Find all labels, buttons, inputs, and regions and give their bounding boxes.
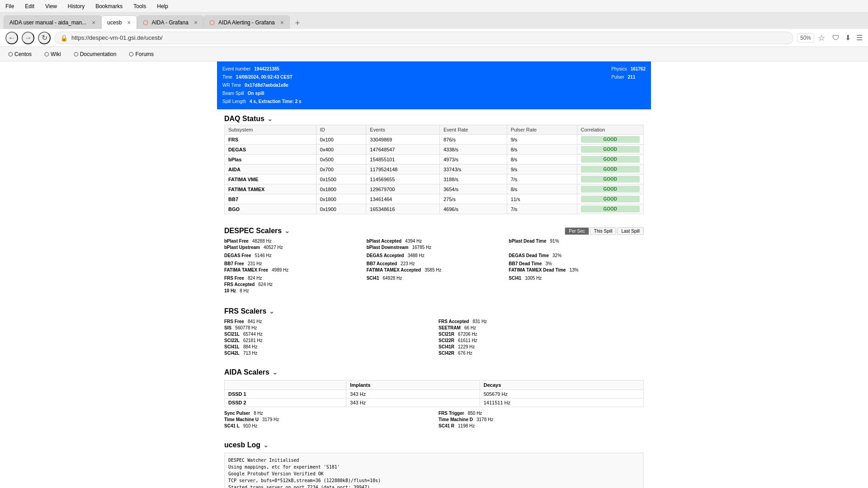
log-line: Started trans server on port 7234 (data … [228, 484, 640, 488]
bookmark-documentation[interactable]: ⬡ Documentation [71, 50, 119, 58]
menu-file[interactable]: File [4, 2, 16, 10]
menu-view[interactable]: View [43, 2, 59, 10]
documentation-icon: ⬡ [74, 51, 78, 57]
frs-accepted-value2: 624 Hz [258, 282, 273, 287]
tab-aida-alerting-close[interactable]: × [280, 19, 284, 26]
menu-bar: File Edit View History Bookmarks Tools H… [0, 0, 868, 13]
bb7-accepted-label: BB7 Accepted [367, 261, 397, 266]
toggle-last-spill[interactable]: Last Spill [617, 227, 644, 235]
tab-aida-grafana[interactable]: ⬡ AIDA - Grafana × [137, 15, 204, 29]
pulser-rate-cell: 7/s [507, 174, 577, 184]
bookmark-centos[interactable]: ⬡ Centos [5, 50, 34, 58]
back-button[interactable]: ← [5, 32, 18, 44]
sync-pulser-lbl: Sync Pulser [224, 411, 250, 416]
event-rate-cell: 3188/s [440, 174, 507, 184]
events-cell: 33049869 [366, 135, 440, 145]
dssd2-decays: 1411511 Hz [480, 399, 643, 407]
event-number-label: Event number [222, 65, 250, 73]
fatima-tamex-free-label: FATIMA TAMEX Free [224, 267, 268, 272]
degas-deadtime-value: 32% [552, 253, 561, 258]
bplast-downstream-label: bPlast Downstream [367, 245, 409, 250]
pulser-value: 211 [628, 73, 636, 81]
correlation-cell: GOOD [577, 135, 643, 145]
aida-scalers-title: AIDA Scalers [224, 368, 269, 376]
id-cell: 0x1900 [316, 204, 366, 214]
frs-scalers-grid: FRS Free841 Hz FRS Accepted831 Hz SIS560… [217, 317, 651, 363]
events-cell: 114569655 [366, 174, 440, 184]
good-badge: GOOD [581, 186, 640, 192]
download-icon[interactable]: ⬇ [845, 33, 851, 42]
good-badge: GOOD [581, 136, 640, 143]
table-row: AIDA 0x700 1179524148 33743/s 9/s GOOD [225, 164, 644, 174]
toggle-per-sec[interactable]: Per Sec [565, 227, 589, 235]
new-tab-button[interactable]: + [292, 17, 303, 29]
ucesb-log-header[interactable]: ucesb Log ⌄ [217, 436, 651, 451]
url-bar[interactable]: 🔒 https://despec-vm-01.gsi.de/ucesb/ [54, 32, 793, 44]
id-cell: 0x1800 [316, 194, 366, 204]
forward-button[interactable]: → [22, 32, 34, 44]
daq-status-header[interactable]: DAQ Status ⌄ [217, 109, 651, 125]
sci22l-val: 62181 Hz [243, 338, 263, 343]
good-badge: GOOD [581, 176, 640, 183]
subsystem-cell: AIDA [225, 164, 316, 174]
despec-scalers-chevron: ⌄ [284, 227, 290, 235]
address-bar: ← → ↻ 🔒 https://despec-vm-01.gsi.de/uces… [0, 29, 868, 47]
menu-tools[interactable]: Tools [132, 2, 148, 10]
id-cell: 0x1500 [316, 174, 366, 184]
bookmark-wiki[interactable]: ⬡ Wiki [42, 50, 64, 58]
log-content[interactable]: DESPEC Watcher InitialisedUsing mappings… [224, 453, 644, 488]
table-row: BGO 0x1900 165348616 4696/s 7/s GOOD [225, 204, 644, 214]
tab-aida-grafana-close[interactable]: × [194, 19, 198, 26]
sis-val: 560778 Hz [235, 325, 257, 330]
bb7-accepted-value: 223 Hz [401, 261, 415, 266]
menu-edit[interactable]: Edit [23, 2, 36, 10]
bplast-downstream-value: 16785 Hz [412, 245, 431, 250]
sci21r-val: 67206 Hz [458, 332, 477, 337]
dssd2-label: DSSD 2 [225, 399, 346, 407]
tenhz-value: 8 Hz [240, 288, 249, 293]
zoom-indicator[interactable]: 50% [797, 33, 814, 42]
tab-ucesb-close[interactable]: × [127, 19, 131, 26]
tab-aida-user-manual-close[interactable]: × [92, 19, 95, 26]
sci21r-lbl: SCI21R [439, 332, 454, 337]
aida-scalers-header[interactable]: AIDA Scalers ⌄ [217, 363, 651, 378]
degas-free-value: 5146 Hz [255, 253, 271, 258]
bb7-deadtime-value: 3% [546, 261, 552, 266]
fatima-tamex-deadtime-value: 13% [570, 267, 579, 272]
toggle-this-spill[interactable]: This Spill [590, 227, 617, 235]
forums-icon: ⬡ [129, 51, 133, 57]
aida-decays-header: Decays [480, 380, 643, 390]
subsystem-cell: FRS [225, 135, 316, 145]
table-row: BB7 0x1800 13461464 275/s 11/s GOOD [225, 194, 644, 204]
sci21l-lbl: SCI21L [224, 332, 240, 337]
menu-icon[interactable]: ☰ [856, 33, 863, 42]
tab-aida-user-manual[interactable]: AIDA user manual - aida_man... × [4, 15, 101, 29]
sci41l-lbl: SCI41L [224, 344, 240, 349]
bookmark-forums[interactable]: ⬡ Forums [126, 50, 156, 58]
menu-bookmarks[interactable]: Bookmarks [94, 2, 124, 10]
frs-scalers-header[interactable]: FRS Scalers ⌄ [217, 302, 651, 317]
tab-aida-alerting[interactable]: ⬡ AIDA Alerting - Grafana × [203, 15, 290, 29]
correlation-cell: GOOD [577, 194, 643, 204]
events-cell: 13461464 [366, 194, 440, 204]
sci41-value2: 1005 Hz [525, 276, 542, 281]
refresh-button[interactable]: ↻ [38, 32, 51, 44]
degas-free-label: DEGAS Free [224, 253, 251, 258]
sc41l-val: 910 Hz [243, 423, 258, 428]
col-events: Events [366, 125, 440, 135]
shield-icon[interactable]: 🛡 [832, 34, 840, 42]
menu-history[interactable]: History [66, 2, 86, 10]
good-badge: GOOD [581, 156, 640, 163]
time-label: Time [222, 73, 232, 81]
despec-scalers-header[interactable]: DESPEC Scalers ⌄ Per Sec This Spill Last… [217, 221, 651, 237]
tab-aida-grafana-label: AIDA - Grafana [152, 19, 189, 26]
info-banner: Event number1944221385 Time14/08/2024, 0… [217, 61, 651, 109]
bookmark-star-icon[interactable]: ☆ [818, 33, 825, 43]
time-machine-d-val: 3178 Hz [476, 417, 493, 422]
tab-ucesb[interactable]: ucesb × [101, 15, 137, 29]
event-rate-cell: 876/s [440, 135, 507, 145]
menu-help[interactable]: Help [155, 2, 170, 10]
seetram-val: 66 Hz [464, 325, 476, 330]
bplast-upstream-value: 40527 Hz [264, 245, 283, 250]
log-line: DESPEC Watcher Initialised [228, 457, 640, 464]
